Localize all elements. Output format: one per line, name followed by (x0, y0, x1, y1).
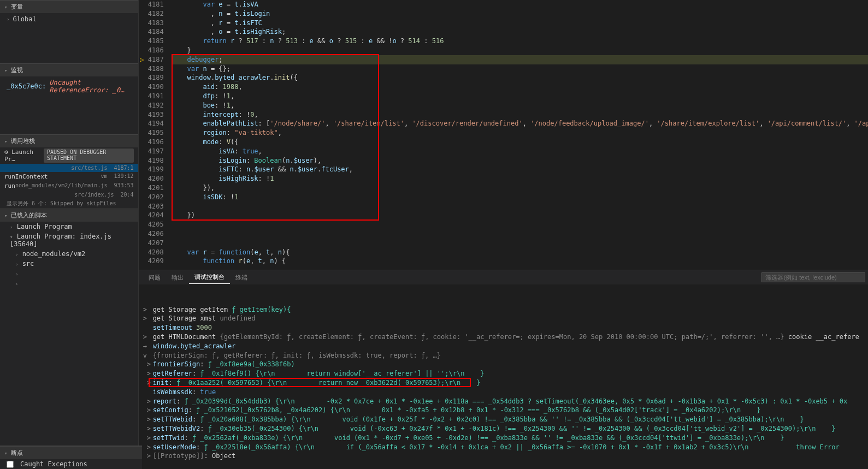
callstack-skip-note: 显示另外 6 个: Skipped by skipFiles (0, 199, 138, 209)
watch-section-header[interactable]: ▾ 监视 (0, 63, 138, 76)
console-line[interactable]: >get Storage getItem ƒ getItem(key){ (143, 305, 866, 314)
loaded-scripts-header[interactable]: ▾ 已载入的脚本 (0, 209, 138, 222)
variables-section-header[interactable]: ▾ 变量 (0, 0, 138, 13)
console-line[interactable]: >setTTWebidV2: ƒ _0x30eb35(_0x254300) {\… (143, 424, 866, 434)
console-line[interactable]: setTimeout 3000 (143, 323, 866, 333)
breakpoints-section: ▾ 断点 Caught Exceptions (0, 446, 142, 469)
tab-terminal[interactable]: 终端 (230, 271, 253, 284)
loaded-tree-item[interactable]: › (0, 269, 138, 278)
console-line[interactable]: >get Storage xmst undefined (143, 314, 866, 323)
callstack-status-row: ⚙ Launch Pr… PAUSED ON DEBUGGER STATEMEN… (0, 147, 138, 164)
callstack-section-header[interactable]: ▾ 调用堆栈 (0, 134, 138, 147)
loaded-tree-item[interactable]: › node_modules/vm2 (0, 249, 138, 259)
tab-problems[interactable]: 问题 (143, 271, 166, 284)
line-gutter: 418141824183418441854186▷ 41874188418941… (139, 0, 172, 270)
filter-input[interactable] (761, 272, 865, 282)
variables-global[interactable]: ›Global (0, 14, 138, 24)
console-line[interactable]: >setUserMode: ƒ _0x22518e(_0x56affa) {\r… (143, 443, 866, 452)
console-line[interactable]: isWebmssdk: true (143, 388, 866, 397)
loaded-tree-item[interactable]: › (0, 278, 138, 288)
console-line[interactable]: v{frontierSign: ƒ, getReferer: ƒ, init: … (143, 351, 866, 360)
callstack-frame[interactable]: src/index.js 20:4 (0, 191, 138, 199)
bottom-panel: 问题 输出 调试控制台 终端 >get Storage getItem ƒ ge… (139, 270, 868, 469)
main-area: 418141824183418441854186▷ 41874188418941… (139, 0, 868, 469)
watch-item[interactable]: _0x5c7e0c: Uncaught ReferenceError: _0… (0, 78, 138, 95)
callstack-frame[interactable]: src/test.js 4187:1 (0, 164, 138, 172)
tab-debug-console[interactable]: 调试控制台 (189, 271, 230, 284)
callstack-frame[interactable]: runnode_modules/vm2/lib/main.js 933:53 (0, 181, 138, 191)
console-line[interactable]: >setConfig: ƒ _0x521052(_0x5762b8, _0x4a… (143, 406, 866, 415)
console-line[interactable]: >get HTMLDocument {getElementById: ƒ, cr… (143, 333, 866, 342)
console-line[interactable]: >report: ƒ _0x20399d(_0x54ddb3) {\r\n -0… (143, 397, 866, 406)
panel-tab-bar: 问题 输出 调试控制台 终端 (139, 270, 868, 284)
debug-console[interactable]: >get Storage getItem ƒ getItem(key){>get… (139, 284, 868, 469)
callstack-frame[interactable]: runInContextvm 139:12 (0, 172, 138, 181)
breakpoint-caught-exceptions[interactable]: Caught Exceptions (0, 459, 142, 469)
console-line[interactable]: →window.byted_acrawler (143, 342, 866, 351)
console-line[interactable]: >setTTwid: ƒ _0x2562af(_0xba833e) {\r\n … (143, 434, 866, 443)
launch-program-2[interactable]: ▾ Launch Program: index.js [35640] (0, 231, 138, 249)
code-content[interactable]: var e = t.isVA , n = t.isLogin , r = t.i… (172, 0, 868, 270)
code-editor[interactable]: 418141824183418441854186▷ 41874188418941… (139, 0, 868, 270)
debug-sidebar: ▾ 变量 ›Global ▾ 监视 _0x5c7e0c: Uncaught Re… (0, 0, 139, 469)
console-line[interactable]: >frontierSign: ƒ _0xf8ee9a(_0x338f6b) (143, 360, 866, 369)
console-line[interactable]: >init: ƒ _0x1aa252(_0x597653) {\r\n retu… (143, 378, 866, 388)
console-line[interactable]: >getReferer: ƒ _0x1f8ef9() {\r\n return … (143, 369, 866, 378)
tab-output[interactable]: 输出 (166, 271, 189, 284)
console-line[interactable]: >setTTWebid: ƒ _0x20a608(_0x385bba) {\r\… (143, 415, 866, 424)
launch-program-1[interactable]: › Launch Program (0, 222, 138, 231)
breakpoints-header[interactable]: ▾ 断点 (0, 446, 142, 459)
loaded-tree-item[interactable]: › src (0, 259, 138, 269)
caught-exceptions-checkbox[interactable] (7, 461, 14, 468)
console-line[interactable]: >[[Prototype]]: Object (143, 452, 866, 461)
